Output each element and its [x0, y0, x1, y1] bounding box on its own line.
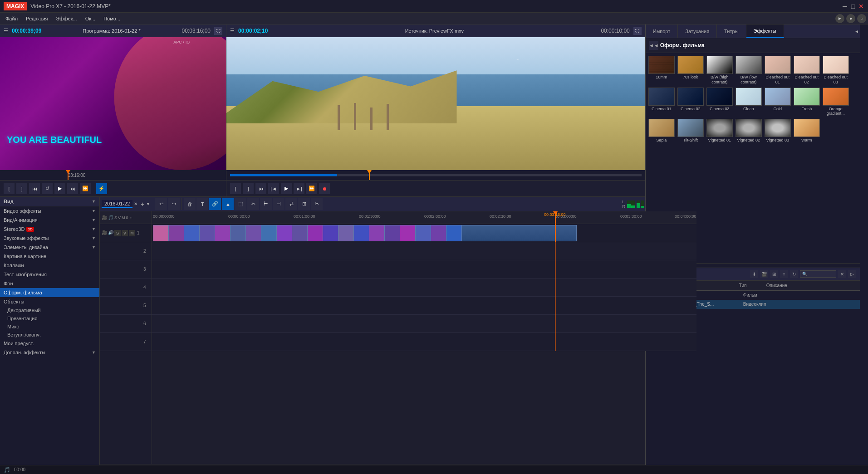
timeline-project-tab[interactable]: 2016-01-22	[102, 200, 132, 208]
timeline-text-btn[interactable]: T	[196, 198, 208, 210]
timeline-cursor-btn[interactable]: ▲	[222, 198, 234, 210]
project-import-btn[interactable]: ⬇	[750, 270, 758, 278]
program-fullscreen-btn[interactable]: ⛶	[214, 27, 222, 35]
effect-warm[interactable]: Warm	[793, 118, 821, 144]
tab-effects[interactable]: Эффекты	[746, 24, 784, 38]
effects-cat-bg[interactable]: Фон	[0, 279, 99, 288]
menu-file[interactable]: Файл	[2, 15, 21, 22]
effects-cat-mypresets[interactable]: Мои предуст.	[0, 339, 99, 348]
source-fullscreen-btn[interactable]: ⛶	[633, 27, 642, 35]
close-button[interactable]: ✕	[858, 3, 864, 10]
timeline-link-btn[interactable]: 🔗	[209, 198, 221, 210]
project-close-search[interactable]: ✕	[838, 270, 846, 278]
timeline-redo-btn[interactable]: ↪	[168, 198, 180, 210]
timeline-tracks[interactable]: 00:00:00;00 00:00:30;00 00:01:00;00 00:0…	[152, 211, 696, 464]
source-ff-btn[interactable]: ⏩	[306, 183, 317, 194]
menu-ok[interactable]: Ок...	[82, 15, 99, 22]
effects-cat-design[interactable]: Элементы дизайна ▼	[0, 243, 99, 252]
effects-nav-back[interactable]: ◄◄	[649, 41, 658, 50]
maximize-button[interactable]: □	[850, 3, 856, 10]
transport-next-btn[interactable]: ⏭	[67, 183, 78, 194]
source-menu-icon[interactable]: ☰	[230, 28, 235, 34]
timeline-add-tab[interactable]: +	[141, 200, 144, 208]
transport-play-btn[interactable]: ▶	[54, 183, 65, 194]
source-in-btn[interactable]: [	[230, 183, 241, 194]
effects-cat-film[interactable]: Оформ. фильма	[0, 288, 99, 297]
project-search-input[interactable]	[800, 270, 836, 278]
track-v-btn[interactable]: V	[122, 230, 128, 236]
menu-btn-1[interactable]: ►	[835, 14, 844, 23]
effects-cat-more[interactable]: Дополн. эффекты ▼	[0, 348, 99, 357]
project-new-btn[interactable]: 🎬	[760, 270, 768, 278]
effect-bleached1[interactable]: Bleached out 01	[764, 55, 792, 86]
effect-tiltshift[interactable]: Tilt-Shift	[677, 118, 705, 144]
timeline-undo-btn[interactable]: ↩	[155, 198, 167, 210]
transport-loop-btn[interactable]: ↺	[42, 183, 53, 194]
effects-sub-intro[interactable]: Вступл./оконч.	[0, 331, 99, 339]
effect-cinema1[interactable]: Cinema 01	[647, 87, 676, 117]
source-out-btn[interactable]: ]	[243, 183, 254, 194]
effect-cinema3[interactable]: Cinema 03	[706, 87, 734, 117]
titlebar-controls[interactable]: ─ □ ✕	[842, 3, 864, 10]
effects-sub-presentation[interactable]: Презентация	[0, 314, 99, 323]
effect-fresh[interactable]: Fresh	[793, 87, 821, 117]
timeline-split-btn[interactable]: ⊢	[260, 198, 272, 210]
effect-vignette1[interactable]: Vignetted 01	[706, 118, 734, 144]
effects-cat-test[interactable]: Тест. изображения	[0, 270, 99, 279]
effect-vignette3[interactable]: Vignetted 03	[764, 118, 792, 144]
menu-btn-3[interactable]: ○	[857, 14, 866, 23]
effect-clean[interactable]: Clean	[735, 87, 763, 117]
timeline-ripple-btn[interactable]: ⇄	[285, 198, 297, 210]
effects-sub-mix[interactable]: Микс	[0, 323, 99, 331]
timeline-tab-arrow[interactable]: ▼	[146, 201, 150, 206]
effect-16mm[interactable]: 16mm	[647, 55, 676, 86]
effect-cinema2[interactable]: Cinema 02	[677, 87, 705, 117]
project-list-btn[interactable]: ≡	[780, 270, 788, 278]
track-m-btn[interactable]: M	[129, 230, 135, 236]
minimize-button[interactable]: ─	[842, 3, 848, 10]
menu-icon[interactable]: ☰	[4, 28, 8, 34]
effect-bw-low[interactable]: B/W (low contrast)	[735, 55, 763, 86]
effects-cat-stereo[interactable]: Stereo3D 3D ▼	[0, 225, 99, 234]
project-expand-btn[interactable]: ▷	[848, 270, 856, 278]
project-refresh-btn[interactable]: ↻	[790, 270, 798, 278]
source-play-btn[interactable]: ▶	[281, 183, 292, 194]
timeline-close-tab[interactable]: ✕	[134, 201, 137, 206]
timeline-slip-btn[interactable]: ✂	[311, 198, 323, 210]
effect-bleached3[interactable]: Bleached out 03	[822, 55, 850, 86]
effect-bw-high[interactable]: B/W (high contrast)	[706, 55, 734, 86]
effects-sub-decorative[interactable]: Декоративный	[0, 306, 99, 314]
video-clip-main[interactable]	[153, 225, 577, 241]
panel-expand-btn[interactable]: ◂	[855, 28, 858, 34]
menu-effects[interactable]: Эффек...	[53, 15, 81, 22]
effect-vignette2[interactable]: Vignetted 02	[735, 118, 763, 144]
effect-70s[interactable]: 70s look	[677, 55, 705, 86]
effect-sepia[interactable]: Sepia	[647, 118, 676, 144]
timeline-merge-btn[interactable]: ⊞	[298, 198, 310, 210]
menu-help[interactable]: Помо...	[100, 15, 124, 22]
tab-titles[interactable]: Титры	[717, 24, 746, 38]
effect-orange[interactable]: Orange gradient...	[822, 87, 850, 117]
transport-highlight-btn[interactable]: ⚡	[96, 183, 107, 194]
source-rewind-btn[interactable]: ⏮	[255, 183, 266, 194]
source-prev-btn[interactable]: |◄	[268, 183, 279, 194]
track-s-btn[interactable]: S	[114, 230, 121, 236]
timeline-snap-btn[interactable]: ⊣	[273, 198, 284, 210]
transport-goto-in-btn[interactable]: ⏮	[29, 183, 40, 194]
transport-out-btn[interactable]: ]	[16, 183, 27, 194]
transport-in-btn[interactable]: [	[4, 183, 15, 194]
timeline-select-btn[interactable]: ⬚	[235, 198, 246, 210]
project-grid-btn[interactable]: ⊞	[770, 270, 778, 278]
effect-cold[interactable]: Cold	[764, 87, 792, 117]
timeline-razor-btn[interactable]: ✂	[247, 198, 259, 210]
timeline-delete-btn[interactable]: 🗑	[184, 198, 196, 210]
transport-goto-out-btn[interactable]: ⏩	[80, 183, 91, 194]
tab-import[interactable]: Импорт	[646, 24, 678, 38]
tab-transitions[interactable]: Затухания	[678, 24, 717, 38]
effects-cat-pip[interactable]: Картина в картине	[0, 252, 99, 261]
effects-cat-audio[interactable]: Звуковые эффекты ▼	[0, 234, 99, 243]
source-next-frame-btn[interactable]: ►|	[294, 183, 304, 194]
effects-cat-view[interactable]: Вид/Анимация ▼	[0, 215, 99, 225]
effect-bleached2[interactable]: Bleached out 02	[793, 55, 821, 86]
effects-cat-video[interactable]: Видео эффекты ▼	[0, 206, 99, 215]
